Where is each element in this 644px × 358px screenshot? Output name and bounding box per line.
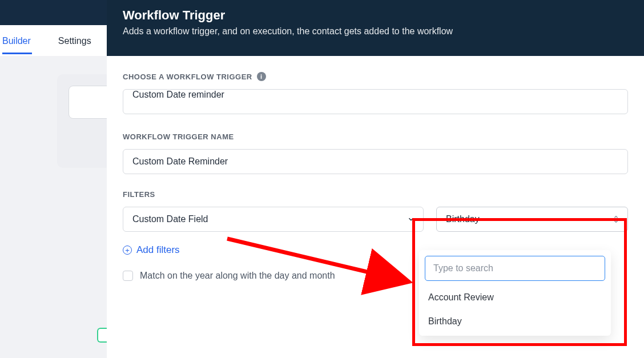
dropdown-search-input[interactable] [425,256,605,281]
plus-circle-icon: + [123,246,132,255]
tab-builder[interactable]: Builder [2,28,40,53]
panel-header: Workflow Trigger Adds a workflow trigger… [107,0,644,56]
label-filters: FILTERS [123,190,628,199]
label-trigger-name: WORKFLOW TRIGGER NAME [123,132,628,141]
match-year-label: Match on the year along with the day and… [140,271,335,281]
filter-type-select[interactable]: Custom Date Field [123,207,424,232]
match-year-checkbox[interactable] [123,271,133,281]
dropdown-option-account-review[interactable]: Account Review [425,285,605,309]
filter-value-text: Birthday [446,214,480,224]
panel-subtitle: Adds a workflow trigger, and on executio… [123,26,628,37]
trigger-select[interactable]: Custom Date reminder [123,89,628,114]
label-choose-trigger-text: CHOOSE A WORKFLOW TRIGGER [123,73,252,81]
filter-value-dropdown: Account Review Birthday [419,250,611,336]
add-filters-label: Add filters [136,244,180,256]
left-header-dark [0,0,107,25]
info-icon[interactable]: i [257,72,266,81]
chevron-down-icon [407,215,415,223]
trigger-name-input[interactable] [123,149,628,174]
filters-row: Custom Date Field Birthday [123,207,628,232]
dropdown-option-birthday[interactable]: Birthday [425,309,605,333]
tab-row: Builder Settings [0,25,107,56]
canvas-node-sliver [97,328,107,343]
panel-body: CHOOSE A WORKFLOW TRIGGER i Custom Date … [107,56,644,358]
updown-icon [613,215,619,224]
label-choose-trigger: CHOOSE A WORKFLOW TRIGGER i [123,72,628,81]
tab-settings[interactable]: Settings [58,28,100,53]
panel-title: Workflow Trigger [123,8,628,23]
filter-type-value: Custom Date Field [132,214,208,224]
filter-value-select[interactable]: Birthday [436,207,628,232]
